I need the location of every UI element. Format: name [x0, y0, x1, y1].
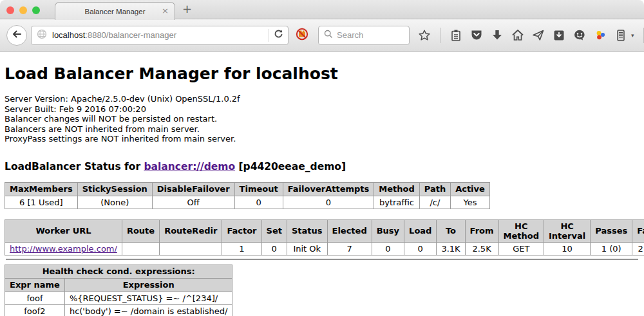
col-route: Route — [122, 219, 159, 242]
col-set: Set — [261, 219, 287, 242]
status-heading-suffix: [p4420eeae_demo] — [239, 161, 346, 172]
container-icon[interactable] — [614, 29, 627, 42]
extension-dots-icon[interactable] — [594, 29, 607, 42]
col-disablefailover: DisableFailover — [152, 182, 234, 196]
globe-icon — [37, 29, 47, 42]
col-active: Active — [451, 182, 490, 196]
page-content: Load Balancer Manager for localhost Serv… — [0, 51, 644, 315]
cell-elected: 7 — [327, 242, 372, 255]
table-row: 6 [1 Used] (None) Off 0 0 bytraffic /c/ … — [5, 196, 490, 209]
page-title: Load Balancer Manager for localhost — [5, 51, 639, 83]
col-factor: Factor — [222, 219, 261, 242]
toolbar-divider — [440, 28, 440, 43]
minimize-window-button[interactable] — [19, 6, 27, 14]
close-window-button[interactable] — [6, 6, 14, 14]
cell-set: 0 — [261, 242, 287, 255]
url-bar[interactable]: localhost:8880/balancer-manager — [31, 26, 289, 45]
balancer-settings-table: MaxMembers StickySession DisableFailover… — [5, 182, 490, 209]
horizontal-rule — [6, 259, 638, 260]
cell-disablefailover: Off — [152, 196, 234, 209]
toolbar-icons: ▾ — [418, 28, 644, 43]
maximize-window-button[interactable] — [32, 6, 40, 14]
table-header-row: MaxMembers StickySession DisableFailover… — [5, 182, 490, 196]
cell-to: 3.1K — [437, 242, 465, 255]
titlebar: Balancer Manager × + — [0, 0, 644, 19]
cell-timeout: 0 — [234, 196, 283, 209]
plugin-blocked-icon[interactable] — [295, 27, 309, 44]
cell-load: 0 — [404, 242, 437, 255]
server-built-line: Server Built: Feb 9 2016 07:00:20 — [5, 104, 639, 115]
cell-hc-interval: 10 — [544, 242, 590, 255]
col-stickysession: StickySession — [77, 182, 152, 196]
col-load: Load — [404, 219, 437, 242]
cell-stickysession: (None) — [77, 196, 152, 209]
worker-table: Worker URL Route RouteRedir Factor Set S… — [5, 219, 644, 256]
server-info: Server Version: Apache/2.5.0-dev (Unix) … — [5, 94, 639, 144]
chevron-down-icon[interactable]: ▾ — [631, 32, 634, 39]
reload-icon[interactable] — [273, 28, 284, 42]
cell-hc-method: GET — [498, 242, 544, 255]
cell-active: Yes — [451, 196, 490, 209]
home-icon[interactable] — [511, 29, 524, 42]
cell-path: /c/ — [419, 196, 450, 209]
cell-expression: hc('body') =~ /domain is established/ — [64, 304, 232, 316]
navigation-toolbar: localhost:8880/balancer-manager — [0, 19, 644, 51]
col-to: To — [437, 219, 465, 242]
cell-factor: 1 — [222, 242, 261, 255]
col-maxmembers: MaxMembers — [5, 182, 78, 196]
col-busy: Busy — [372, 219, 404, 242]
tab-title: Balancer Manager — [85, 8, 146, 15]
worker-url-link[interactable]: http://www.example.com/ — [10, 244, 117, 254]
col-worker-url: Worker URL — [5, 219, 122, 242]
table-title-row: Health check cond. expressions: — [5, 265, 232, 278]
tab-close-icon[interactable]: × — [162, 6, 169, 15]
urlbar-divider — [269, 29, 269, 42]
save-to-device-icon[interactable] — [553, 29, 565, 42]
balancer-demo-link[interactable]: balancer://demo — [144, 161, 235, 172]
cell-worker-url: http://www.example.com/ — [5, 242, 122, 255]
url-path: :8880/balancer-manager — [85, 30, 176, 40]
persist-notice-line: Balancer changes will NOT be persisted o… — [5, 114, 639, 124]
balancers-notice-line: Balancers are NOT inherited from main se… — [5, 124, 639, 135]
health-check-table: Health check cond. expressions: Expr nam… — [5, 265, 232, 316]
pocket-icon[interactable] — [470, 29, 483, 42]
back-arrow-icon — [11, 28, 23, 42]
col-passes: Passes — [591, 219, 632, 242]
chat-smiley-icon[interactable] — [573, 29, 586, 42]
health-table-title: Health check cond. expressions: — [5, 265, 232, 278]
back-button[interactable] — [6, 25, 27, 46]
col-hc-method: HC Method — [498, 219, 544, 242]
table-row: foof2 hc('body') =~ /domain is establish… — [5, 304, 232, 316]
col-hc-interval: HC Interval — [544, 219, 590, 242]
browser-window: Balancer Manager × + localhost:8880/bala… — [0, 0, 644, 316]
cell-busy: 0 — [372, 242, 404, 255]
bookmark-star-icon[interactable] — [418, 29, 431, 42]
col-from: From — [465, 219, 498, 242]
table-row: foof %{REQUEST_STATUS} =~ /^[234]/ — [5, 292, 232, 304]
table-header-row: Worker URL Route RouteRedir Factor Set S… — [5, 219, 644, 242]
table-row: http://www.example.com/ 1 0 Init Ok 7 0 … — [5, 242, 644, 255]
new-tab-button[interactable]: + — [182, 2, 192, 15]
server-version-line: Server Version: Apache/2.5.0-dev (Unix) … — [5, 94, 639, 104]
status-heading-prefix: LoadBalancer Status for — [5, 161, 140, 172]
tab-balancer-manager[interactable]: Balancer Manager × — [55, 2, 175, 20]
col-expr-name: Expr name — [5, 278, 65, 292]
loadbalancer-status-heading: LoadBalancer Status for balancer://demo … — [5, 161, 639, 172]
col-method: Method — [374, 182, 419, 196]
clipboard-icon[interactable] — [450, 29, 462, 42]
url-host: localhost — [52, 30, 85, 40]
url-text[interactable]: localhost:8880/balancer-manager — [52, 30, 265, 40]
downloads-icon[interactable] — [491, 29, 504, 42]
cell-passes: 1 (0) — [591, 242, 632, 255]
search-bar[interactable] — [318, 26, 410, 45]
col-expression: Expression — [64, 278, 232, 292]
cell-routeredir — [160, 242, 222, 255]
search-input[interactable] — [337, 30, 401, 40]
search-icon — [324, 29, 333, 41]
send-tab-icon[interactable] — [532, 29, 545, 42]
cell-expression: %{REQUEST_STATUS} =~ /^[234]/ — [64, 292, 232, 304]
cell-failoverattempts: 0 — [283, 196, 374, 209]
col-failoverattempts: FailoverAttempts — [283, 182, 374, 196]
col-elected: Elected — [327, 219, 372, 242]
col-path: Path — [419, 182, 450, 196]
